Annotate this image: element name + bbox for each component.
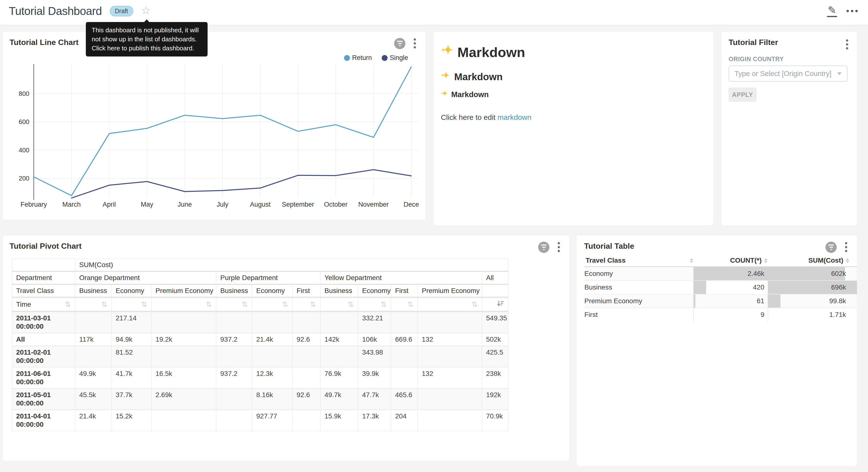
pivot-sort-cell: ⇅ (417, 297, 482, 312)
x-tick-label: July (217, 201, 228, 208)
table-row[interactable]: Business420696k (584, 281, 857, 294)
pivot-class-cell: Business (216, 285, 252, 297)
status-badge[interactable]: Draft (110, 6, 133, 17)
sort-icon[interactable]: ⇅ (101, 300, 107, 308)
more-options-button[interactable] (846, 10, 858, 12)
kebab-menu-icon[interactable] (843, 241, 849, 253)
pivot-value-cell: 94.9k (112, 333, 151, 346)
column-header-count[interactable]: COUNT(*) (693, 255, 768, 267)
pivot-value-cell (151, 346, 216, 367)
data-table: Travel Class COUNT(*) SUM(Cost) Economy2… (584, 255, 857, 321)
pivot-sort-cell: ⇅ (358, 297, 391, 312)
kebab-menu-icon[interactable] (556, 241, 561, 253)
sort-icon[interactable]: ⇅ (242, 300, 248, 308)
apply-button[interactable]: APPLY (728, 88, 756, 102)
column-header-travel-class[interactable]: Travel Class (584, 255, 693, 267)
table-row[interactable]: Economy2.46k602k (584, 267, 857, 281)
pivot-value-cell: 937.2 (216, 367, 252, 389)
x-tick-label: March (62, 201, 81, 208)
sort-icon[interactable]: ⇅ (282, 300, 288, 308)
filter-indicator-icon[interactable] (826, 242, 837, 253)
pivot-value-cell (391, 312, 417, 333)
origin-country-select[interactable]: Type or Select [Origin Country] (728, 65, 847, 82)
sum-cost-cell: 99.8k (768, 294, 857, 308)
pivot-value-cell (417, 312, 482, 333)
page-title: Tutorial Dashboard (9, 4, 102, 18)
pivot-value-cell: 47.7k (358, 389, 391, 410)
tooltip-line: not show up in the list of dashboards. (92, 35, 202, 44)
sort-icon[interactable]: ⇅ (407, 300, 413, 308)
x-tick-label: October (324, 201, 347, 208)
pivot-sort-cell: ⇅ (112, 297, 151, 312)
pivot-value-cell (216, 389, 252, 410)
table-row[interactable]: Premium Economy6199.8k (584, 294, 857, 308)
sort-desc-active-icon[interactable] (497, 300, 504, 307)
panel-title: Tutorial Table (584, 242, 634, 251)
y-tick-label: 800 (19, 90, 29, 97)
pivot-value-cell (151, 410, 216, 431)
sort-icon[interactable]: ⇅ (206, 300, 212, 308)
x-tick-label: May (141, 201, 154, 208)
pivot-value-cell: 37.7k (112, 389, 151, 410)
markdown-h3: ✦✦Markdown (441, 90, 713, 99)
pivot-row: All117k94.9k19.2k937.221.4k92.6142k106k6… (12, 333, 508, 346)
travel-class-cell: Economy (584, 267, 693, 281)
pivot-value-cell: 70.9k (482, 410, 508, 431)
count-cell: 2.46k (693, 267, 768, 281)
pivot-value-cell (75, 312, 112, 333)
pivot-class-cell: Premium Economy (417, 285, 482, 297)
edit-dashboard-button[interactable]: ✎ (827, 5, 837, 17)
sort-carets-icon (690, 258, 693, 263)
pivot-value-cell (151, 312, 216, 333)
pivot-value-cell: 937.2 (216, 333, 252, 346)
pivot-class-cell (482, 285, 508, 297)
pivot-row-label: 2011-03-0100:00:00 (12, 312, 75, 333)
table-row[interactable]: First91.71k (584, 308, 857, 321)
pivot-value-cell: 39.9k (358, 367, 391, 389)
pivot-value-cell (216, 346, 252, 367)
filter-indicator-icon[interactable] (394, 38, 405, 49)
pivot-value-cell: 132 (417, 333, 482, 346)
pivot-row-label: 2011-06-0100:00:00 (12, 367, 75, 389)
sort-icon[interactable]: ⇅ (381, 300, 387, 308)
pivot-value-cell (292, 346, 320, 367)
favorite-star-icon[interactable]: ☆ (141, 5, 151, 16)
pivot-value-cell: 15.9k (320, 410, 358, 431)
x-tick-label: Dece (403, 201, 419, 208)
kebab-menu-icon[interactable] (412, 37, 417, 50)
markdown-edit-link[interactable]: markdown (498, 113, 531, 121)
markdown-panel[interactable]: ✦✦Markdown ✦✦Markdown ✦✦Markdown Click h… (434, 32, 713, 225)
y-tick-label: 600 (19, 118, 29, 125)
pivot-row: 2011-06-0100:00:0049.9k41.7k16.5k937.212… (12, 367, 508, 389)
pivot-value-cell: 17.3k (358, 410, 391, 431)
sort-carets-icon (764, 258, 768, 263)
pivot-row: 2011-05-0100:00:0045.5k37.7k2.69k8.16k92… (12, 389, 508, 410)
pivot-value-cell: 549.35 (482, 312, 508, 333)
kebab-menu-icon[interactable] (844, 38, 850, 50)
pivot-class-cell: Economy (358, 285, 391, 297)
pivot-value-cell: 2.69k (151, 389, 216, 410)
travel-class-cell: Premium Economy (584, 294, 693, 308)
x-tick-label: February (21, 201, 47, 208)
sort-icon[interactable]: ⇅ (141, 300, 147, 308)
sort-icon[interactable]: ⇅ (472, 300, 478, 308)
filter-indicator-icon[interactable] (538, 242, 549, 253)
column-header-sum-cost[interactable]: SUM(Cost) (768, 255, 857, 267)
x-tick-label: August (250, 201, 271, 208)
markdown-h1: ✦✦Markdown (441, 44, 713, 60)
draft-tooltip[interactable]: This dashboard is not published, it will… (86, 22, 208, 57)
sort-icon[interactable]: ⇅ (65, 300, 71, 308)
tooltip-line: This dashboard is not published, it will (92, 26, 202, 35)
markdown-h2: ✦✦Markdown (441, 71, 713, 82)
table-panel: Tutorial Table Travel Class COUNT(*) SUM… (576, 235, 857, 466)
sort-carets-icon (846, 258, 849, 263)
pivot-sort-cell: ⇅ (151, 297, 216, 312)
sort-icon[interactable]: ⇅ (348, 300, 354, 308)
sort-icon[interactable]: ⇅ (310, 300, 316, 308)
sparkles-icon: ✦✦ (441, 72, 452, 82)
pivot-value-cell: 117k (75, 333, 112, 346)
sparkles-icon: ✦✦ (441, 91, 450, 98)
pivot-value-cell: 106k (358, 333, 391, 346)
x-tick-label: April (103, 201, 116, 208)
y-tick-label: 400 (19, 147, 29, 154)
